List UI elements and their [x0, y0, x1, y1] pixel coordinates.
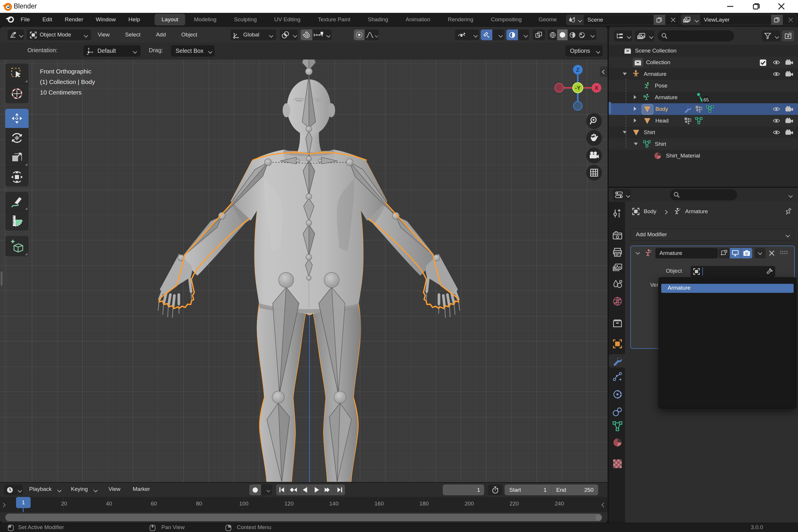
svg-text:X: X	[595, 85, 598, 91]
svg-text:-Y: -Y	[575, 85, 581, 91]
svg-text:Z: Z	[576, 67, 580, 73]
svg-text:65: 65	[703, 97, 709, 103]
